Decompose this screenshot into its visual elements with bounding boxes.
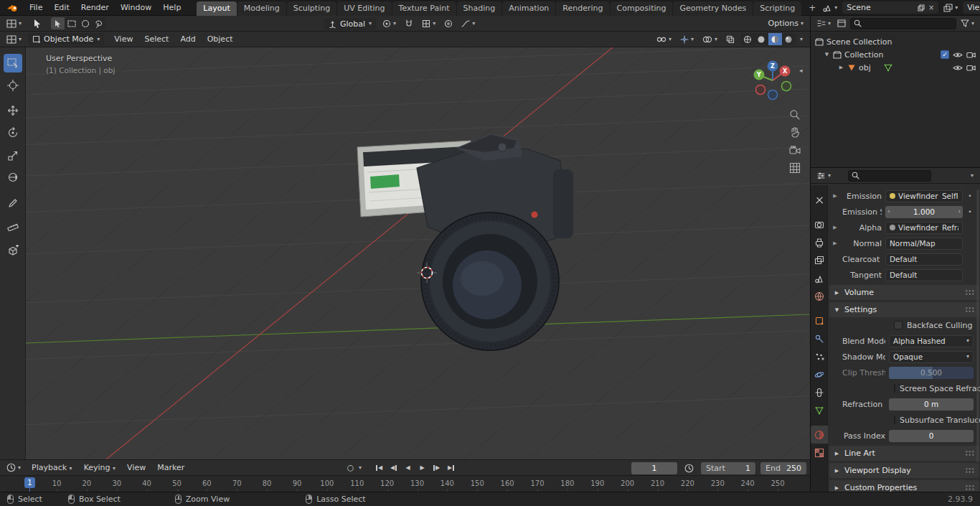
collection-disclosure-icon[interactable]: ▼ <box>824 52 830 57</box>
xray-toggle[interactable] <box>724 33 737 46</box>
snap-toggle-button[interactable] <box>402 17 415 30</box>
topbar-menu[interactable]: Edit <box>48 1 75 14</box>
object-visibility-dropdown[interactable]: ▾ <box>654 33 674 46</box>
timeline-menu-keying[interactable]: Keying ▾ <box>78 462 121 474</box>
clearcoat-normal-selector[interactable]: Default <box>885 253 963 266</box>
workspace-tab[interactable]: Rendering <box>556 1 609 16</box>
tab-modifier-properties[interactable] <box>811 329 828 347</box>
chevron-down-icon[interactable]: ▾ <box>359 465 362 471</box>
new-scene-button[interactable] <box>918 4 925 11</box>
unlink-scene-button[interactable]: × <box>928 4 934 11</box>
viewport-editor-type-button[interactable]: ▾ <box>4 33 24 46</box>
disable-render-camera-icon[interactable] <box>966 51 976 58</box>
select-box-mode[interactable] <box>65 17 78 29</box>
socket-expand-icon[interactable]: ▶ <box>831 193 839 199</box>
workspace-tab[interactable]: Layout <box>197 1 236 16</box>
navigation-gizmo[interactable]: Z X Y <box>751 59 794 102</box>
timeline-menu-playback[interactable]: Playback ▾ <box>26 462 78 474</box>
view-layer-picker-button[interactable]: ▾ <box>941 1 960 14</box>
proportional-falloff-dropdown[interactable]: ▾ <box>459 17 477 30</box>
outliner-row-obj[interactable]: ▶ obj <box>811 61 980 74</box>
gizmo-y-negative[interactable] <box>782 82 791 91</box>
backface-culling-checkbox[interactable] <box>894 321 903 329</box>
tab-render-properties[interactable] <box>811 215 828 233</box>
viewport-3d[interactable]: User Perspective (1) Collection | obj Z … <box>0 47 810 459</box>
workspace-tab[interactable]: Scripting <box>753 1 801 16</box>
panel-drag-dots-icon[interactable] <box>965 306 975 313</box>
topbar-menu[interactable]: Render <box>75 1 115 14</box>
select-tweak-mode[interactable] <box>51 17 65 29</box>
timeline-menu-marker[interactable]: Marker <box>151 462 190 474</box>
tab-texture-properties[interactable] <box>811 444 828 462</box>
show-gizmo-dropdown[interactable]: ▾ <box>678 33 696 46</box>
workspace-tab[interactable]: Modeling <box>237 1 286 16</box>
gizmo-x-negative[interactable] <box>756 85 765 95</box>
animate-dot-icon[interactable]: • <box>966 208 974 215</box>
emission-strength-field[interactable]: ‹1.000› <box>885 206 963 218</box>
screen-space-refraction-checkbox[interactable] <box>894 384 895 393</box>
show-overlays-dropdown[interactable]: ▾ <box>700 33 720 46</box>
tool-add-cube[interactable] <box>4 241 22 260</box>
viewport-menu[interactable]: Select <box>138 33 174 45</box>
viewport-zoom-button[interactable] <box>788 108 802 122</box>
panel-drag-dots-icon[interactable] <box>965 467 975 474</box>
tab-tool-properties[interactable] <box>811 191 828 209</box>
topbar-menu[interactable]: File <box>24 1 48 14</box>
normal-input-selector[interactable]: Normal/Map <box>885 238 963 250</box>
panel-settings[interactable]: ▼ Settings <box>829 302 979 317</box>
previous-keyframe-button[interactable]: ◀ <box>387 462 400 474</box>
properties-editor-type-button[interactable]: ▾ <box>814 169 833 182</box>
sidebar-toggle-arrow[interactable]: ◂ <box>799 67 803 74</box>
next-keyframe-button[interactable]: ▶ <box>430 462 443 474</box>
outliner-filter-button[interactable]: ▾ <box>958 17 976 30</box>
tab-world-properties[interactable] <box>811 287 828 305</box>
outliner-editor-type-button[interactable]: ▾ <box>814 17 833 30</box>
frame-end-field[interactable]: End 250 <box>760 462 806 474</box>
workspace-tab[interactable]: Sculpting <box>287 1 336 16</box>
panel-custom-properties[interactable]: ▶ Custom Properties <box>829 480 979 492</box>
tangent-selector[interactable]: Default <box>885 269 963 281</box>
frame-start-field[interactable]: Start 1 <box>701 462 755 474</box>
pivot-point-dropdown[interactable]: ▾ <box>380 17 398 30</box>
tab-output-properties[interactable] <box>811 233 828 251</box>
viewport-ortho-toggle-button[interactable] <box>788 161 802 175</box>
tab-material-properties[interactable] <box>811 426 828 444</box>
jump-to-end-button[interactable]: ▶ <box>445 462 457 474</box>
spin-left-icon[interactable]: ‹ <box>887 208 890 215</box>
properties-search-box[interactable] <box>848 170 931 182</box>
workspace-tab[interactable]: Geometry Nodes <box>673 1 753 16</box>
panel-line-art[interactable]: ▶ Line Art <box>829 446 979 461</box>
outliner-display-mode-button[interactable] <box>835 17 848 30</box>
proportional-editing-toggle[interactable] <box>442 17 455 30</box>
collection-checkbox[interactable]: ✓ <box>941 50 949 59</box>
obj-disclosure-icon[interactable]: ▶ <box>838 65 844 70</box>
outliner-row-scene-collection[interactable]: Scene Collection <box>811 35 980 48</box>
shading-rendered-button[interactable] <box>782 33 796 45</box>
tool-cursor[interactable] <box>4 76 22 95</box>
animate-dot-icon[interactable]: • <box>966 192 974 200</box>
playhead[interactable]: 1 <box>24 477 35 488</box>
mode-dropdown[interactable]: Object Mode ▾ <box>28 33 104 45</box>
scene-picker-button[interactable]: ▾ <box>820 1 839 14</box>
select-circle-mode[interactable] <box>78 17 92 29</box>
use-preview-range-button[interactable] <box>682 462 696 474</box>
editor-type-button[interactable]: ▾ <box>4 17 24 30</box>
active-tool-button[interactable] <box>31 17 44 30</box>
tab-view-layer-properties[interactable] <box>811 251 828 269</box>
play-button[interactable]: ▶ <box>416 462 428 474</box>
scene-name-field[interactable]: Scene × <box>842 1 938 14</box>
play-reverse-button[interactable]: ◀ <box>402 462 414 474</box>
workspace-tab[interactable]: Shading <box>457 1 502 16</box>
blend-mode-dropdown[interactable]: Alpha Hashed▾ <box>889 335 974 347</box>
outliner-search-box[interactable] <box>850 18 956 29</box>
shading-material-preview-button[interactable] <box>768 33 782 45</box>
gizmo-z-negative[interactable] <box>768 90 778 100</box>
tool-annotate[interactable] <box>4 194 22 212</box>
tab-object-properties[interactable] <box>811 311 828 329</box>
viewport-menu[interactable]: Add <box>174 33 201 45</box>
snap-target-dropdown[interactable]: ▾ <box>420 17 438 30</box>
auto-keying-record-button[interactable]: ○ <box>344 462 357 474</box>
panel-drag-dots-icon[interactable] <box>965 484 975 491</box>
panel-viewport-display[interactable]: ▶ Viewport Display <box>829 463 979 478</box>
tool-select-box[interactable] <box>4 54 22 72</box>
